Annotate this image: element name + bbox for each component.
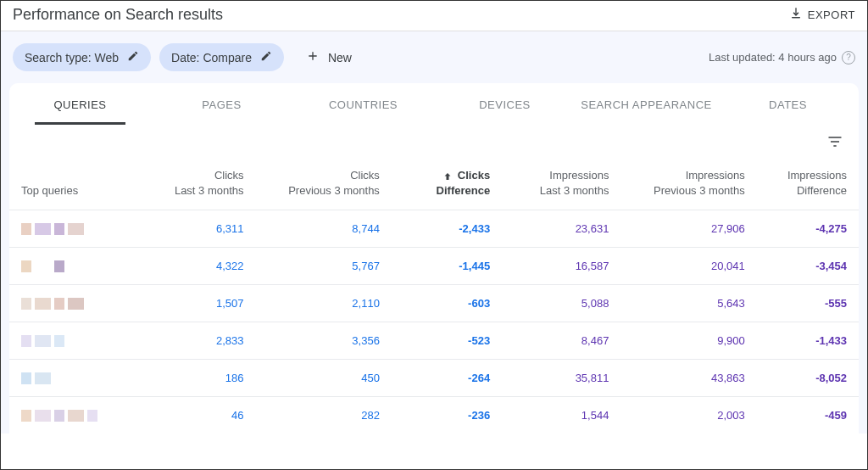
cell-clicks_prev: 282 <box>256 397 392 434</box>
cell-impr_last: 16,587 <box>502 248 620 285</box>
cell-impr_last: 5,088 <box>502 285 620 322</box>
redacted-block <box>68 335 84 347</box>
redacted-block <box>21 372 31 384</box>
redacted-block <box>87 410 97 422</box>
query-cell <box>9 210 128 248</box>
redacted-block <box>54 335 64 347</box>
last-updated-text: Last updated: 4 hours ago <box>709 51 837 64</box>
cell-impr_prev: 2,003 <box>620 397 756 434</box>
cell-impr_diff: -8,052 <box>757 360 859 397</box>
cell-clicks_prev: 5,767 <box>256 248 392 285</box>
redacted-block <box>21 223 31 235</box>
col-clicks-prev[interactable]: ClicksPrevious 3 months <box>256 156 392 210</box>
cell-clicks_last: 1,507 <box>128 285 255 322</box>
results-table: Top queries ClicksLast 3 months ClicksPr… <box>9 156 859 434</box>
redacted-block <box>54 372 64 384</box>
tab-search-appearance[interactable]: SEARCH APPEARANCE <box>576 83 717 125</box>
cell-clicks_prev: 3,356 <box>256 322 392 360</box>
download-icon <box>789 7 803 23</box>
results-card: QUERIESPAGESCOUNTRIESDEVICESSEARCH APPEA… <box>9 83 859 434</box>
query-cell <box>9 360 128 397</box>
cell-clicks_diff: -236 <box>392 397 502 434</box>
cell-impr_prev: 20,041 <box>620 248 756 285</box>
query-cell <box>9 285 128 322</box>
cell-impr_prev: 9,900 <box>620 322 756 360</box>
cell-impr_diff: -3,454 <box>757 248 859 285</box>
filter-date[interactable]: Date: Compare <box>159 43 284 71</box>
cell-impr_prev: 27,906 <box>620 210 756 248</box>
help-icon[interactable]: ? <box>842 51 855 64</box>
cell-clicks_prev: 2,110 <box>256 285 392 322</box>
col-clicks-last[interactable]: ClicksLast 3 months <box>128 156 255 210</box>
table-row[interactable]: 1,5072,110-6035,0885,643-555 <box>9 285 859 322</box>
cell-impr_prev: 43,863 <box>620 360 756 397</box>
export-label: EXPORT <box>808 8 855 21</box>
tab-queries[interactable]: QUERIES <box>9 83 151 125</box>
filter-icon[interactable] <box>826 133 843 153</box>
col-clicks-diff[interactable]: ClicksDifference <box>392 156 502 210</box>
tab-dates[interactable]: DATES <box>717 83 859 125</box>
redacted-block <box>21 410 31 422</box>
filter-search-type[interactable]: Search type: Web <box>13 43 151 71</box>
app-header: Performance on Search results EXPORT <box>1 1 867 31</box>
pencil-icon <box>260 50 272 64</box>
cell-clicks_diff: -264 <box>392 360 502 397</box>
redacted-block <box>54 410 64 422</box>
last-updated: Last updated: 4 hours ago ? <box>709 51 855 64</box>
query-cell <box>9 248 128 285</box>
new-filter-label: New <box>328 51 352 64</box>
cell-impr_diff: -4,275 <box>757 210 859 248</box>
cell-clicks_prev: 450 <box>256 360 392 397</box>
redacted-block <box>21 260 31 272</box>
filters-bar: Search type: Web Date: Compare New Last … <box>1 31 867 83</box>
query-cell <box>9 322 128 360</box>
cell-clicks_last: 6,311 <box>128 210 255 248</box>
table-row[interactable]: 46282-2361,5442,003-459 <box>9 397 859 434</box>
cell-impr_last: 8,467 <box>502 322 620 360</box>
redacted-block <box>35 410 51 422</box>
cell-clicks_diff: -603 <box>392 285 502 322</box>
table-row[interactable]: 186450-26435,81143,863-8,052 <box>9 360 859 397</box>
col-impr-prev[interactable]: ImpressionsPrevious 3 months <box>620 156 756 210</box>
new-filter-button[interactable]: New <box>298 44 360 70</box>
cell-clicks_diff: -523 <box>392 322 502 360</box>
col-impr-diff[interactable]: ImpressionsDifference <box>757 156 859 210</box>
cell-clicks_prev: 8,744 <box>256 210 392 248</box>
redacted-block <box>35 335 51 347</box>
redacted-block <box>35 223 51 235</box>
filter-date-label: Date: Compare <box>171 51 252 64</box>
col-top-queries[interactable]: Top queries <box>9 156 128 210</box>
table-row[interactable]: 6,3118,744-2,43323,63127,906-4,275 <box>9 210 859 248</box>
tab-pages[interactable]: PAGES <box>151 83 292 125</box>
redacted-block <box>68 260 84 272</box>
filter-search-type-label: Search type: Web <box>25 51 119 64</box>
cell-impr_prev: 5,643 <box>620 285 756 322</box>
page-title: Performance on Search results <box>13 6 223 24</box>
redacted-block <box>21 335 31 347</box>
cell-impr_diff: -1,433 <box>757 322 859 360</box>
col-impr-last[interactable]: ImpressionsLast 3 months <box>502 156 620 210</box>
redacted-block <box>68 298 84 310</box>
tab-countries[interactable]: COUNTRIES <box>292 83 434 125</box>
redacted-block <box>68 372 84 384</box>
table-row[interactable]: 4,3225,767-1,44516,58720,041-3,454 <box>9 248 859 285</box>
redacted-block <box>35 372 51 384</box>
cell-impr_diff: -459 <box>757 397 859 434</box>
cell-impr_diff: -555 <box>757 285 859 322</box>
redacted-block <box>68 410 84 422</box>
redacted-block <box>21 298 31 310</box>
cell-clicks_diff: -2,433 <box>392 210 502 248</box>
export-button[interactable]: EXPORT <box>789 7 855 23</box>
cell-clicks_last: 186 <box>128 360 255 397</box>
pencil-icon <box>127 50 139 64</box>
plus-icon <box>306 49 320 65</box>
table-row[interactable]: 2,8333,356-5238,4679,900-1,433 <box>9 322 859 360</box>
cell-impr_last: 1,544 <box>502 397 620 434</box>
redacted-block <box>35 298 51 310</box>
redacted-block <box>35 260 51 272</box>
tabs: QUERIESPAGESCOUNTRIESDEVICESSEARCH APPEA… <box>9 83 859 125</box>
cell-clicks_diff: -1,445 <box>392 248 502 285</box>
arrow-up-icon <box>442 171 453 182</box>
redacted-block <box>68 223 84 235</box>
tab-devices[interactable]: DEVICES <box>434 83 576 125</box>
